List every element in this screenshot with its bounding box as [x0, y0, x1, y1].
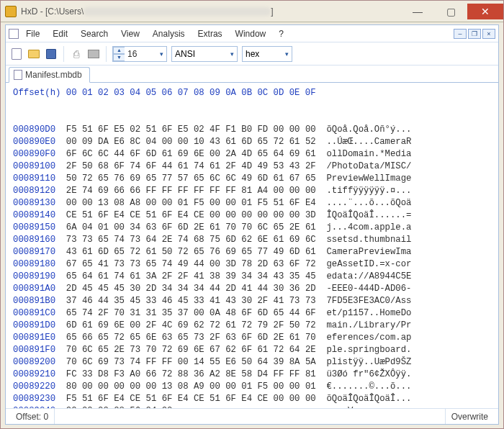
ascii-cell[interactable]: ÎQoäÎQoäÎ......=: [326, 210, 411, 220]
open-ram-icon[interactable]: [87, 48, 100, 60]
bytes-cell[interactable]: FC 33 D8 F3 A0 66 72 88 36 A2 8E 58 D4 F…: [66, 369, 316, 379]
bytes-cell[interactable]: 00 09 DA E6 8C 04 00 00 10 43 61 6D 65 7…: [66, 137, 316, 147]
window-minimize-button[interactable]: —: [401, 4, 434, 19]
hex-row[interactable]: 00089140 CE 51 6F E4 CE 51 6F E4 CE 00 0…: [13, 209, 491, 222]
hex-row[interactable]: 00089180 67 65 41 73 73 65 74 49 44 00 3…: [13, 258, 491, 271]
menu-help[interactable]: ?: [273, 27, 289, 40]
bytes-cell[interactable]: 00 00 00 08 56 04 00: [66, 406, 316, 408]
hex-row[interactable]: 00089120 2E 74 69 66 66 FF FF FF FF FF F…: [13, 185, 491, 197]
hex-row[interactable]: 00089110 50 72 65 76 69 65 77 57 65 6C 6…: [13, 173, 491, 185]
bytes-cell[interactable]: 6F 6C 6C 44 6F 6D 61 69 6E 00 2A 4D 65 6…: [66, 149, 316, 159]
open-file-icon[interactable]: [27, 48, 40, 60]
menu-search[interactable]: Search: [75, 27, 114, 40]
bytes-cell[interactable]: 80 00 00 00 00 00 13 08 A9 00 00 01 F5 0…: [66, 381, 316, 392]
ascii-cell[interactable]: CameraPreviewIma: [326, 247, 411, 257]
ascii-cell[interactable]: eferences/com.ap: [326, 333, 411, 343]
hex-row[interactable]: 00089200 70 6C 69 73 74 FF FF 00 14 55 E…: [13, 356, 491, 369]
hex-row[interactable]: 00089190 65 64 61 74 61 3A 2F 2F 41 38 3…: [13, 271, 491, 283]
bytes-cell[interactable]: 73 73 65 74 73 64 2E 74 68 75 6D 62 6E 6…: [66, 235, 316, 245]
menu-extras[interactable]: Extras: [192, 27, 228, 40]
bytes-cell[interactable]: 6D 61 69 6E 00 2F 4C 69 62 72 61 72 79 2…: [66, 320, 316, 330]
file-tab[interactable]: Manifest.mbdb: [9, 67, 90, 83]
hex-row[interactable]: 000891C0 65 74 2F 70 31 31 35 37 00 0A 4…: [13, 307, 491, 320]
ascii-cell[interactable]: ....V..: [326, 406, 364, 408]
ascii-cell[interactable]: ..ÚæŒ....CameraR: [326, 137, 411, 147]
window-close-button[interactable]: ✕: [467, 4, 503, 19]
hex-row[interactable]: 000891D0 6D 61 69 6E 00 2F 4C 69 62 72 6…: [13, 320, 491, 332]
bytes-cell[interactable]: 43 61 6D 65 72 61 50 72 65 76 69 65 77 4…: [66, 247, 316, 257]
system-menu-icon[interactable]: [9, 29, 19, 39]
bytes-cell[interactable]: 2D 45 45 45 30 2D 34 34 34 44 2D 41 44 3…: [66, 284, 316, 294]
number-base-combo[interactable]: hex ▾: [242, 46, 292, 62]
new-file-icon[interactable]: [10, 48, 23, 60]
bytes-cell[interactable]: 50 72 65 76 69 65 77 57 65 6C 6C 49 6D 6…: [66, 173, 316, 184]
ascii-cell[interactable]: ssetsd.thumbnail: [326, 235, 411, 245]
ascii-cell[interactable]: 7FD5E3FE3AC0/Ass: [326, 296, 411, 306]
hex-row[interactable]: 00089170 43 61 6D 65 72 61 50 72 65 76 6…: [13, 246, 491, 258]
hex-row[interactable]: 00089100 2F 50 68 6F 74 6F 44 61 74 61 2…: [13, 161, 491, 173]
bytes-cell[interactable]: F5 51 6F E4 CE 51 6F E4 CE 51 6F E4 CE 0…: [66, 394, 316, 404]
hex-row[interactable]: 000891B0 37 46 44 35 45 33 46 45 33 41 4…: [13, 295, 491, 307]
mdi-minimize-button[interactable]: –: [454, 29, 467, 39]
bytes-cell[interactable]: 2E 74 69 66 66 FF FF FF FF FF FF 81 A4 0…: [66, 186, 316, 196]
menu-edit[interactable]: Edit: [47, 27, 73, 40]
bytes-cell[interactable]: 67 65 41 73 73 65 74 49 44 00 3D 78 2D 6…: [66, 259, 316, 269]
ascii-cell[interactable]: plistÿÿ..UæPd9ŠZ: [326, 357, 411, 367]
bytes-cell[interactable]: 70 6C 65 2E 73 70 72 69 6E 67 62 6F 61 7…: [66, 345, 316, 355]
window-maximize-button[interactable]: ▢: [434, 4, 467, 19]
dropdown-icon[interactable]: ▾: [285, 50, 289, 58]
hex-row[interactable]: 000891A0 2D 45 45 45 30 2D 34 34 34 44 2…: [13, 283, 491, 295]
dropdown-icon[interactable]: ▾: [156, 50, 166, 58]
hex-row[interactable]: 000890D0 F5 51 6F E5 02 51 6F E5 02 4F F…: [13, 124, 491, 136]
ascii-cell[interactable]: ü3Øó fr"6¢ŽXÔÿÿ.: [326, 369, 411, 379]
hex-row[interactable]: 00089240 00 00 00 08 56 04 00 ....V..: [13, 405, 491, 408]
ascii-cell[interactable]: -EEE0-444D-AD06-: [326, 284, 411, 294]
mdi-close-button[interactable]: ×: [482, 29, 495, 39]
open-disk-icon[interactable]: [70, 48, 83, 60]
menu-analysis[interactable]: Analysis: [147, 27, 191, 40]
bytes-cell[interactable]: 37 46 44 35 45 33 46 45 33 41 43 30 2F 4…: [66, 296, 316, 306]
bytes-cell[interactable]: 6A 04 01 00 34 63 6F 6D 2E 61 70 70 6C 6…: [66, 222, 316, 232]
ascii-cell[interactable]: geAssetID.=x-cor: [326, 259, 411, 269]
dropdown-icon[interactable]: ▾: [230, 50, 234, 58]
bytes-cell[interactable]: 00 00 13 08 A8 00 00 01 F5 00 00 01 F5 5…: [66, 198, 316, 208]
ascii-cell[interactable]: main./Library/Pr: [326, 320, 411, 330]
menu-file[interactable]: File: [20, 27, 45, 40]
bytes-cell[interactable]: F5 51 6F E5 02 51 6F E5 02 4F F1 B0 FD 0…: [66, 125, 316, 135]
ascii-cell[interactable]: edata://A8944C5E: [326, 271, 411, 281]
hex-row[interactable]: 00089230 F5 51 6F E4 CE 51 6F E4 CE 51 6…: [13, 393, 491, 405]
hex-row[interactable]: 00089210 FC 33 D8 F3 A0 66 72 88 36 A2 8…: [13, 369, 491, 381]
hex-row[interactable]: 000890E0 00 09 DA E6 8C 04 00 00 10 43 6…: [13, 136, 491, 148]
hex-row[interactable]: 000891F0 70 6C 65 2E 73 70 72 69 6E 67 6…: [13, 344, 491, 356]
bytes-cell[interactable]: 65 66 65 72 65 6E 63 65 73 2F 63 6F 6D 2…: [66, 333, 316, 343]
bytes-cell[interactable]: 65 74 2F 70 31 31 35 37 00 0A 48 6F 6D 6…: [66, 308, 316, 318]
ascii-cell[interactable]: PreviewWellImage: [326, 173, 411, 184]
ascii-cell[interactable]: ollDomain.*Media: [326, 149, 411, 159]
ascii-cell[interactable]: õQoäÎQoäÎQoäÎ...: [326, 394, 411, 404]
menu-view[interactable]: View: [115, 27, 145, 40]
spinner-buttons[interactable]: ▲▼: [113, 47, 125, 61]
charset-combo[interactable]: ANSI ▾: [171, 46, 238, 62]
ascii-cell[interactable]: et/p1157..HomeDo: [326, 308, 411, 318]
hex-row[interactable]: 00089220 80 00 00 00 00 00 13 08 A9 00 0…: [13, 381, 491, 393]
hex-row[interactable]: 000891E0 65 66 65 72 65 6E 63 65 73 2F 6…: [13, 332, 491, 344]
bytes-per-row-spinner[interactable]: ▲▼ 16 ▾: [112, 46, 167, 62]
ascii-cell[interactable]: j...4com.apple.a: [326, 222, 411, 232]
bytes-cell[interactable]: 2F 50 68 6F 74 6F 44 61 74 61 2F 4D 49 5…: [66, 161, 316, 171]
hex-row[interactable]: 000890F0 6F 6C 6C 44 6F 6D 61 69 6E 00 2…: [13, 148, 491, 161]
bytes-cell[interactable]: CE 51 6F E4 CE 51 6F E4 CE 00 00 00 00 0…: [66, 210, 316, 220]
hex-row[interactable]: 00089150 6A 04 01 00 34 63 6F 6D 2E 61 7…: [13, 222, 491, 234]
hex-row[interactable]: 00089130 00 00 13 08 A8 00 00 01 F5 00 0…: [13, 197, 491, 209]
ascii-cell[interactable]: /PhotoData/MISC/: [326, 161, 411, 171]
hex-view[interactable]: Offset(h) 00 01 02 03 04 05 06 07 08 09 …: [6, 83, 498, 408]
mdi-restore-button[interactable]: ❐: [468, 29, 481, 39]
bytes-cell[interactable]: 70 6C 69 73 74 FF FF 00 14 55 E6 50 64 3…: [66, 357, 316, 367]
ascii-cell[interactable]: .tiffÿÿÿÿÿÿ.¤...: [326, 186, 411, 196]
save-file-icon[interactable]: [45, 48, 58, 60]
bytes-cell[interactable]: 65 64 61 74 61 3A 2F 2F 41 38 39 34 34 4…: [66, 271, 316, 281]
ascii-cell[interactable]: ple.springboard.: [326, 345, 411, 355]
ascii-cell[interactable]: €.......©...õ...: [326, 381, 411, 392]
ascii-cell[interactable]: õQoå.Qoå.Oñ°ý...: [326, 125, 411, 135]
hex-row[interactable]: 00089160 73 73 65 74 73 64 2E 74 68 75 6…: [13, 234, 491, 246]
ascii-cell[interactable]: ....¨...õ...õQoä: [326, 198, 411, 208]
